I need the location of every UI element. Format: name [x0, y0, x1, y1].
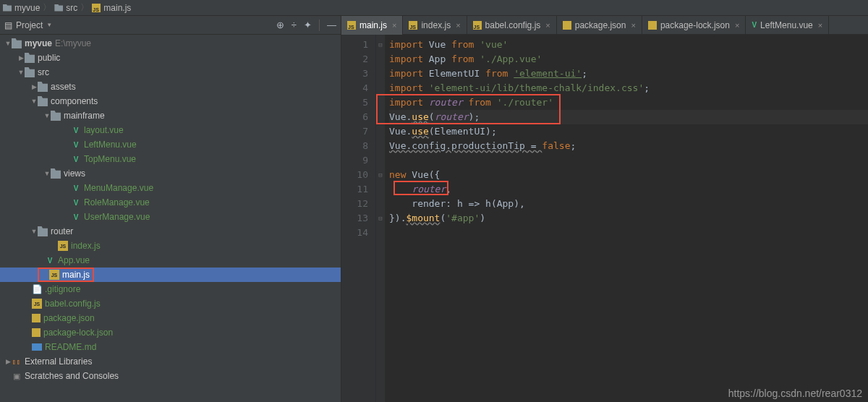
- tree-item[interactable]: README.md: [0, 340, 341, 354]
- vue-icon: V: [71, 140, 81, 150]
- folder-icon: [38, 96, 48, 106]
- js-icon: JS: [347, 21, 356, 30]
- close-icon[interactable]: ×: [735, 21, 739, 30]
- tree-item[interactable]: VMenuManage.vue: [0, 181, 341, 195]
- tree-folder-assets[interactable]: assets: [0, 80, 341, 94]
- folder-icon: [51, 168, 61, 179]
- tree-folder-router[interactable]: router: [0, 224, 341, 239]
- project-dropdown[interactable]: ▤ Project ▼: [4, 20, 52, 30]
- md-icon: [32, 343, 42, 351]
- tab-leftmenu[interactable]: VLeftMenu.vue×: [746, 16, 829, 35]
- folder-icon: [54, 4, 63, 12]
- collapse-icon[interactable]: ÷: [292, 20, 297, 30]
- json-icon: [563, 21, 571, 30]
- breadcrumb-root[interactable]: myvue: [3, 3, 40, 13]
- project-tree[interactable]: myvueE:\myvue public src assets componen…: [0, 35, 341, 402]
- vue-icon: V: [71, 125, 81, 135]
- tree-folder-components[interactable]: components: [0, 94, 341, 108]
- tree-folder-views[interactable]: views: [0, 166, 341, 181]
- vue-icon: V: [752, 21, 757, 29]
- vue-icon: V: [71, 154, 81, 164]
- gear-icon[interactable]: ✦: [304, 20, 312, 30]
- hide-icon[interactable]: —: [327, 20, 336, 30]
- tree-item[interactable]: VLeftMenu.vue: [0, 137, 341, 152]
- js-icon: JS: [92, 4, 101, 12]
- folder-icon: [38, 226, 48, 236]
- tree-item[interactable]: VTopMenu.vue: [0, 152, 341, 166]
- tree-item[interactable]: 📄.gitignore: [0, 282, 341, 296]
- chevron-right-icon: 〉: [43, 1, 51, 14]
- tree-folder-src[interactable]: src: [0, 65, 341, 80]
- breadcrumb-folder[interactable]: src: [54, 3, 77, 13]
- tree-item[interactable]: Vlayout.vue: [0, 123, 341, 137]
- tree-folder-public[interactable]: public: [0, 51, 341, 65]
- project-header: ▤ Project ▼ ⊕ ÷ ✦ —: [0, 16, 341, 35]
- tab-packagelock[interactable]: package-lock.json×: [642, 16, 746, 35]
- tab-indexjs[interactable]: JSindex.js×: [403, 16, 467, 35]
- target-icon[interactable]: ⊕: [276, 20, 284, 30]
- code-editor[interactable]: 1234567891011121314 ⊟⊟⊟ import Vue from …: [341, 35, 868, 402]
- js-icon: JS: [409, 21, 417, 30]
- tree-item[interactable]: VApp.vue: [0, 253, 341, 268]
- tree-item[interactable]: JSbabel.config.js: [0, 296, 341, 311]
- tab-package[interactable]: package.json×: [557, 16, 642, 35]
- divider: [319, 20, 320, 31]
- json-icon: [648, 21, 657, 30]
- tree-item-selected[interactable]: JSmain.js: [0, 268, 341, 282]
- close-icon[interactable]: ×: [456, 21, 460, 30]
- vue-icon: V: [71, 183, 81, 193]
- tree-item[interactable]: VRoleManage.vue: [0, 195, 341, 210]
- folder-icon: [25, 53, 35, 63]
- terminal-icon: ▣: [12, 371, 22, 381]
- tree-item[interactable]: package-lock.json: [0, 325, 341, 340]
- json-icon: [32, 328, 41, 337]
- code-content[interactable]: import Vue from 'vue' import App from '.…: [385, 35, 868, 402]
- tree-folder-mainframe[interactable]: mainframe: [0, 108, 341, 123]
- close-icon[interactable]: ×: [818, 21, 822, 30]
- js-icon: JS: [32, 299, 42, 309]
- folder-icon: [38, 82, 48, 92]
- tab-babel[interactable]: JSbabel.config.js×: [467, 16, 557, 35]
- folder-icon: [25, 67, 35, 77]
- close-icon[interactable]: ×: [392, 21, 396, 30]
- close-icon[interactable]: ×: [545, 21, 550, 30]
- file-icon: 📄: [32, 284, 42, 294]
- watermark: https://blog.csdn.net/rear0312: [728, 388, 862, 399]
- tree-root[interactable]: myvueE:\myvue: [0, 36, 341, 51]
- vue-icon: V: [71, 212, 81, 222]
- chevron-down-icon: ▼: [46, 22, 52, 28]
- editor-panel: JSmain.js× JSindex.js× JSbabel.config.js…: [341, 16, 868, 402]
- vue-icon: V: [71, 197, 81, 208]
- tree-scratches[interactable]: ▣Scratches and Consoles: [0, 369, 341, 383]
- breadcrumb-file[interactable]: JSmain.js: [92, 3, 131, 13]
- tree-item[interactable]: package.json: [0, 311, 341, 325]
- tree-item[interactable]: VUserManage.vue: [0, 210, 341, 224]
- library-icon: ⫾⫾: [12, 356, 22, 367]
- json-icon: [32, 314, 41, 322]
- chevron-right-icon: 〉: [80, 1, 89, 14]
- js-icon: JS: [58, 241, 68, 251]
- tree-item[interactable]: JSindex.js: [0, 239, 341, 253]
- editor-tabs: JSmain.js× JSindex.js× JSbabel.config.js…: [341, 16, 868, 35]
- folder-icon: [3, 4, 12, 12]
- js-icon: JS: [49, 270, 59, 280]
- fold-gutter: ⊟⊟⊟: [376, 35, 385, 402]
- close-icon[interactable]: ×: [631, 21, 635, 30]
- breadcrumb-bar: myvue 〉 src 〉 JSmain.js: [0, 0, 868, 16]
- vue-icon: V: [45, 255, 55, 265]
- tree-ext-libs[interactable]: ⫾⫾External Libraries: [0, 354, 341, 369]
- folder-icon: [51, 111, 61, 121]
- line-gutter: 1234567891011121314: [341, 35, 376, 402]
- js-icon: JS: [473, 21, 482, 30]
- folder-icon: [12, 38, 22, 48]
- project-tool-window: ▤ Project ▼ ⊕ ÷ ✦ — myvueE:\myvue public…: [0, 16, 341, 402]
- tab-mainjs[interactable]: JSmain.js×: [341, 16, 403, 35]
- window-icon: ▤: [4, 20, 12, 30]
